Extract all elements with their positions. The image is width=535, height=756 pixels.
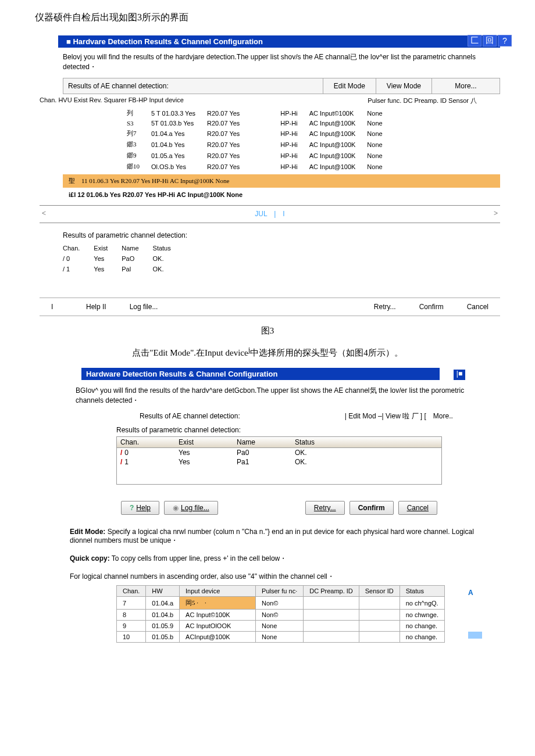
table-row: 鎯301.04.b YesR20.07 YesHP-HiAC Input@100… [121,139,388,150]
table-row[interactable]: 1001.05.bACInput@100KNoneno change. [117,632,445,643]
list-item: /0YesPa0OK. [117,448,441,457]
window2-titlebar: Hardware Detection Results & Channel Con… [81,368,440,380]
side-letter-a: A [468,589,482,597]
confirm-button[interactable]: Confirm [408,298,455,316]
window1-desc: Belovj you will find the results of the … [63,52,500,72]
cancel-button[interactable]: Cancel [455,298,500,316]
ae-results-label2: Results of AE channel detection: [140,412,240,420]
table-row: 鎯10Ol.OS.b YesR20.07 YesHP-HiAC Input@10… [121,161,388,172]
instruction-text: 点击"Edit Mode".在Input devicej中选择所用的探头型号（如… [35,346,500,359]
ae-row-last: i£l 12 01.06.b Yes R20.07 Yes HP-Hi AC I… [63,188,500,202]
param-table: Chan.ExistNameStatus / 0YesPaOOK./ 1YesP… [63,243,185,274]
table-row[interactable]: 801.04.bAC Input©100KNon©no chwnge. [117,610,445,621]
cancel-button2[interactable]: Cancel [398,501,437,515]
scrollbar[interactable]: <JUL | I> [40,209,500,219]
editmode-note: Edit Mode: Specify a logical cha nrwl nu… [70,528,488,546]
maximize-icon[interactable]: 回 [483,35,497,46]
help-button[interactable]: Help II [74,298,118,316]
param-results-label: Results of parametric channel detection: [63,231,500,239]
help-button2[interactable]: ? Help [121,501,159,515]
side-marker [468,632,482,639]
ae-row-highlighted[interactable]: 聖 11 01.06.3 Yes R20.07 Yes HP-Hi AC Inp… [63,174,500,188]
minimize-icon[interactable]: 匚 [468,35,482,46]
param-table2: Chan.ExistNameStatus /0YesPa0OK./1YesPa1… [116,436,442,485]
figure3-caption: 图3 [35,325,500,336]
edit-mode-button[interactable]: Edit Mode [323,78,376,94]
intro-text: 仪器硕件自检后出现如图3所示的界面 [35,12,500,24]
disk-icon: ◉ [173,504,179,512]
window2-titleend: |■ [454,370,465,380]
table-row: / 1YesPalOK. [63,264,185,274]
retry-button2[interactable]: Retry... [305,501,345,515]
logfile-button2[interactable]: ◉ Log file... [164,501,218,515]
table-row: 鎯901.05.a YesR20.07 YesHP-HiAC Input@100… [121,150,388,161]
ascending-note: For logical channel numbers in ascending… [70,572,488,582]
ae-results-label: Results of AE channel detection: [63,78,323,94]
table-row: S35T 01.03.b YesR20.07 YesHP-HiAC Input@… [121,119,388,128]
list-item: /1YesPa1OK. [117,457,441,467]
window1-title: ■ Hardvare Detection Results & Channel C… [66,37,263,46]
quickcopy-note: Quick copy: To copy cells from upper lin… [70,554,488,564]
question-icon: ? [130,504,134,512]
ae-toolbar: Results of AE channel detection: Edit Mo… [63,78,500,94]
confirm-button2[interactable]: Confirm [349,501,394,515]
table-row: 列701.04.a YesR20.07 YesHP-HiAC Input@100… [121,128,388,139]
ae-header: Chan. HVU Exist Rev. Squarer FB-HP Input… [40,96,500,105]
param-results-label2: Results of parametric channel detection: [116,426,488,434]
logfile-button[interactable]: Log file... [118,298,170,316]
table-row: 列5 T 01.03.3 YesR20.07 YesHP-HiAC Input©… [121,108,388,119]
edit-table[interactable]: Chan.HWInput devicePulser fu nc·DC Pream… [116,585,445,643]
table-row[interactable]: 701.04.a岡5 · ·Non©no ch^ngQ. [117,597,445,610]
window2-buttons: ? Help ◉ Log file... Retry... Confirm Ca… [116,496,442,519]
table-row: / 0YesPaOOK. [63,253,185,264]
view-mode-button[interactable]: View Mode [376,78,431,94]
table-row[interactable]: 901.05.9AC InputOlOOKNoneno change. [117,621,445,632]
toolbar-buttons2[interactable]: | Edit Mod –| View 啦 厂 ] [ More.. [345,412,453,420]
window1-buttons: I Help II Log file... Retry... Confirm C… [40,298,500,316]
window2-desc: BGIov^ you will find the results of the … [76,386,488,406]
window2-toolbar: Results of AE channel detection:| Edit M… [140,411,488,421]
retry-button[interactable]: Retry... [362,298,408,316]
more-button[interactable]: More... [431,78,500,94]
help-icon[interactable]: ? [498,35,512,46]
ae-table: 列5 T 01.03.3 YesR20.07 YesHP-HiAC Input©… [121,108,388,172]
